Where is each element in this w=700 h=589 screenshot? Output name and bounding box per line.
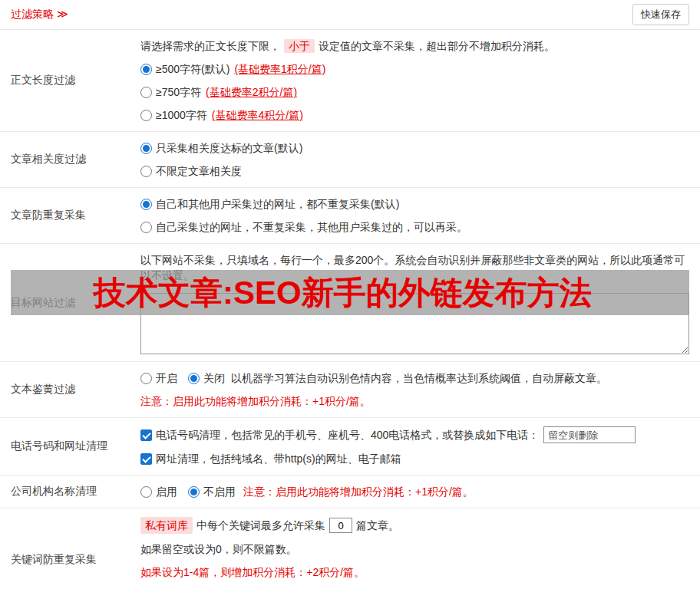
keyword-dedup-line2: 如果留空或设为0，则不限篇数。 (140, 538, 689, 561)
dedup-self-only-label: 自己采集过的网址，不重复采集，其他用户采集过的，可以再采。 (156, 219, 467, 235)
dedup-all-users-radio[interactable] (140, 199, 152, 210)
private-lexicon-highlight: 私有词库 (140, 517, 193, 534)
porn-filter-warning: 注意：启用此功能将增加积分消耗：+1积分/篇。 (140, 390, 689, 413)
dedup-option-all-users: 自己和其他用户采集过的网址，都不重复采集(默认) (140, 192, 689, 216)
row-label-porn: 文本鉴黄过滤 (0, 362, 140, 417)
row-label-phone-url: 电话号码和网址清理 (0, 418, 140, 475)
porn-filter-options: 开启 关闭 以机器学习算法自动识别色情内容，当色情概率达到系统阈值，自动屏蔽文章… (140, 367, 689, 390)
length-1000-fee-note: (基础费率4积分/篇) (212, 107, 303, 123)
row-label-relevance: 文章相关度过滤 (0, 132, 140, 187)
keyword-dedup-line3: 如果设为1-4篇，则增加积分消耗：+2积分/篇。 (140, 561, 689, 584)
phone-cleanup-checkbox[interactable] (140, 429, 152, 441)
porn-off-label: 关闭 (203, 370, 225, 386)
url-cleanup-checkbox[interactable] (140, 453, 152, 465)
quick-save-button[interactable]: 快速保存 (632, 4, 689, 25)
row-content-phone-url: 电话号码清理，包括常见的手机号、座机号、400电话格式，或替换成如下电话： 网址… (140, 418, 700, 475)
company-disable-radio[interactable] (188, 486, 200, 498)
keyword-dedup-line1-suffix: 篇文章。 (356, 518, 399, 533)
watermark-text: 技术文章:SEO新手的外链发布方法 (94, 271, 592, 314)
length-option-1000: ≥1000字符 (基础费率4积分/篇) (140, 104, 689, 127)
row-content-company: 启用 不启用 注意：启用此功能将增加积分消耗：+1积分/篇。 (140, 475, 700, 508)
max-articles-input[interactable] (329, 518, 352, 533)
length-750-radio[interactable] (140, 87, 152, 98)
url-cleanup-option: 网址清理，包括纯域名、带http(s)的网址、电子邮箱 (140, 447, 689, 470)
row-content-dedup: 自己和其他用户采集过的网址，都不重复采集(默认) 自己采集过的网址，不重复采集，… (140, 188, 700, 243)
relevance-option-any: 不限定文章相关度 (140, 160, 689, 183)
row-phone-url-cleanup: 电话号码和网址清理 电话号码清理，包括常见的手机号、座机号、400电话格式，或替… (0, 418, 700, 475)
company-enable-radio[interactable] (140, 486, 152, 498)
company-disable-label: 不启用 (203, 484, 236, 499)
row-content-porn: 开启 关闭 以机器学习算法自动识别色情内容，当色情概率达到系统阈值，自动屏蔽文章… (140, 362, 700, 417)
relevance-strict-radio[interactable] (140, 143, 152, 154)
row-relevance-filter: 文章相关度过滤 只采集相关度达标的文章(默认) 不限定文章相关度 (0, 132, 700, 188)
row-label-body-length: 正文长度过滤 (0, 30, 140, 131)
dedup-all-users-label: 自己和其他用户采集过的网址，都不重复采集(默认) (156, 196, 399, 212)
length-option-750: ≥750字符 (基础费率2积分/篇) (140, 81, 689, 104)
row-label-keyword-dedup: 关键词防重复采集 (0, 508, 140, 589)
body-length-description: 请选择需求的正文长度下限，小于设定值的文章不采集，超出部分不增加积分消耗。 (140, 35, 689, 58)
relevance-any-label: 不限定文章相关度 (156, 163, 242, 179)
top-bar: 过滤策略 ≫ 快速保存 (0, 0, 700, 30)
length-500-radio[interactable] (140, 64, 152, 75)
keyword-dedup-line4: 如果设为5篇或以上，也不会额外增加积分消耗。 注意事项≫ (140, 584, 689, 589)
company-enable-label: 启用 (156, 484, 177, 499)
row-content-keyword-dedup: 私有词库 中每个关键词最多允许采集 篇文章。 如果留空或设为0，则不限篇数。 如… (140, 508, 700, 589)
row-body-length-filter: 正文长度过滤 请选择需求的正文长度下限，小于设定值的文章不采集，超出部分不增加积… (0, 30, 700, 132)
length-1000-radio[interactable] (140, 110, 152, 121)
desc-highlight-less-than: 小于 (284, 39, 315, 53)
length-750-label: ≥750字符 (156, 84, 201, 100)
watermark-overlay: 技术文章:SEO新手的外链发布方法 (11, 270, 689, 315)
length-750-fee-note: (基础费率2积分/篇) (206, 84, 297, 100)
porn-on-label: 开启 (156, 370, 177, 386)
row-keyword-dedup: 关键词防重复采集 私有词库 中每个关键词最多允许采集 篇文章。 如果留空或设为0… (0, 508, 700, 589)
company-cleanup-warning: 注意：启用此功能将增加积分消耗：+1积分/篇。 (243, 484, 474, 499)
row-content-body-length: 请选择需求的正文长度下限，小于设定值的文章不采集，超出部分不增加积分消耗。 ≥5… (140, 30, 700, 131)
length-500-fee-note: (基础费率1积分/篇) (234, 61, 325, 77)
relevance-any-radio[interactable] (140, 166, 152, 177)
porn-on-radio[interactable] (140, 373, 152, 384)
length-1000-label: ≥1000字符 (156, 107, 207, 123)
url-cleanup-label: 网址清理，包括纯域名、带http(s)的网址、电子邮箱 (156, 451, 401, 466)
length-option-500: ≥500字符(默认) (基础费率1积分/篇) (140, 58, 689, 81)
row-label-dedup: 文章防重复采集 (0, 188, 140, 243)
relevance-option-strict: 只采集相关度达标的文章(默认) (140, 137, 689, 160)
row-label-company: 公司机构名称清理 (0, 475, 140, 508)
dedup-option-self-only: 自己采集过的网址，不重复采集，其他用户采集过的，可以再采。 (140, 216, 689, 239)
row-porn-filter: 文本鉴黄过滤 开启 关闭 以机器学习算法自动识别色情内容，当色情概率达到系统阈值… (0, 362, 700, 418)
length-500-label: ≥500字符(默认) (156, 61, 229, 77)
desc-text-pre: 请选择需求的正文长度下限， (140, 40, 280, 52)
phone-cleanup-option: 电话号码清理，包括常见的手机号、座机号、400电话格式，或替换成如下电话： (140, 423, 689, 447)
relevance-strict-label: 只采集相关度达标的文章(默认) (156, 140, 302, 156)
desc-text-post: 设定值的文章不采集，超出部分不增加积分消耗。 (319, 40, 555, 52)
row-target-site-filter: 目标网站过滤 以下网站不采集，只填域名，每行一个，最多200个。系统会自动识别并… (0, 244, 700, 362)
row-dedup-filter: 文章防重复采集 自己和其他用户采集过的网址，都不重复采集(默认) 自己采集过的网… (0, 188, 700, 244)
row-content-relevance: 只采集相关度达标的文章(默认) 不限定文章相关度 (140, 132, 700, 187)
porn-filter-description: 以机器学习算法自动识别色情内容，当色情概率达到系统阈值，自动屏蔽文章。 (231, 370, 607, 386)
company-cleanup-options: 启用 不启用 注意：启用此功能将增加积分消耗：+1积分/篇。 (140, 480, 689, 503)
row-company-name-cleanup: 公司机构名称清理 启用 不启用 注意：启用此功能将增加积分消耗：+1积分/篇。 (0, 475, 700, 508)
phone-cleanup-label: 电话号码清理，包括常见的手机号、座机号、400电话格式，或替换成如下电话： (156, 427, 539, 443)
porn-off-radio[interactable] (188, 373, 200, 384)
keyword-dedup-line1: 私有词库 中每个关键词最多允许采集 篇文章。 (140, 513, 689, 538)
page-title[interactable]: 过滤策略 ≫ (11, 8, 68, 21)
replacement-phone-input[interactable] (543, 426, 636, 443)
dedup-self-only-radio[interactable] (140, 222, 152, 233)
keyword-dedup-line1-text: 中每个关键词最多允许采集 (196, 518, 325, 533)
